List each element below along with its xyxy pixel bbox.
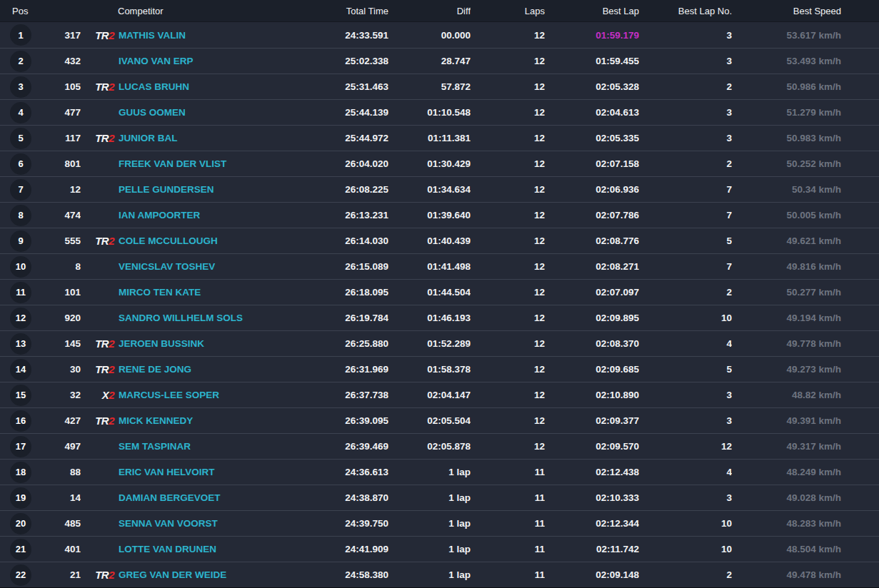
total-time: 26:18.095 <box>310 287 388 298</box>
diff: 1 lap <box>388 518 471 529</box>
competitor-name[interactable]: MICK KENNEDY <box>118 415 310 426</box>
team-logo: TR2 <box>81 363 118 375</box>
best-speed: 49.778 km/h <box>732 338 841 349</box>
position-badge: 10 <box>10 256 31 278</box>
best-speed: 51.279 km/h <box>732 107 841 118</box>
table-row[interactable]: 21 401 LOTTE VAN DRUNEN 24:41.909 1 lap … <box>0 536 879 562</box>
competitor-name[interactable]: GUUS OOMEN <box>118 107 310 118</box>
table-row[interactable]: 20 485 SENNA VAN VOORST 24:39.750 1 lap … <box>0 510 879 536</box>
competitor-name[interactable]: GREG VAN DER WEIDE <box>118 569 310 580</box>
table-row[interactable]: 7 12 PELLE GUNDERSEN 26:08.225 01:34.634… <box>0 176 879 202</box>
competitor-name[interactable]: MIRCO TEN KATE <box>118 287 310 298</box>
total-time: 26:13.231 <box>310 210 388 220</box>
best-lap: 02:07.786 <box>545 210 639 220</box>
best-lap: 02:12.438 <box>545 467 639 477</box>
table-row[interactable]: 12 920 SANDRO WILLHELM SOLS 26:19.784 01… <box>0 305 879 330</box>
competitor-name[interactable]: IVANO VAN ERP <box>118 56 310 66</box>
table-row[interactable]: 8 474 IAN AMPOORTER 26:13.231 01:39.640 … <box>0 202 879 228</box>
table-row[interactable]: 17 497 SEM TASPINAR 26:39.469 02:05.878 … <box>0 433 879 459</box>
laps: 12 <box>471 441 545 452</box>
competitor-number: 317 <box>43 30 81 41</box>
table-row[interactable]: 1 317 TR2 MATHIS VALIN 24:33.591 00.000 … <box>0 22 879 48</box>
team-logo-main: TR <box>95 81 109 93</box>
table-row[interactable]: 14 30 TR2 RENE DE JONG 26:31.969 01:58.3… <box>0 356 879 382</box>
team-logo: TR2 <box>81 81 118 93</box>
competitor-name[interactable]: SENNA VAN VOORST <box>118 518 310 529</box>
total-time: 26:14.030 <box>310 235 388 246</box>
laps: 11 <box>471 569 545 580</box>
table-row[interactable]: 11 101 MIRCO TEN KATE 26:18.095 01:44.50… <box>0 279 879 305</box>
diff: 00.000 <box>388 30 471 41</box>
position-badge: 7 <box>10 179 31 201</box>
team-logo-digit: 2 <box>109 338 114 350</box>
position-number: 19 <box>16 492 26 503</box>
competitor-number: 8 <box>43 261 81 272</box>
best-speed: 50.983 km/h <box>732 133 841 143</box>
competitor-name[interactable]: ERIC VAN HELVOIRT <box>118 467 310 477</box>
table-row[interactable]: 4 477 GUUS OOMEN 25:44.139 01:10.548 12 … <box>0 99 879 125</box>
competitor-number: 432 <box>43 56 81 66</box>
diff: 01:30.429 <box>388 158 471 169</box>
position-badge: 4 <box>10 102 31 123</box>
best-lap: 02:07.097 <box>545 287 639 298</box>
competitor-name[interactable]: IAN AMPOORTER <box>118 210 310 220</box>
competitor-number: 401 <box>43 544 81 554</box>
competitor-name[interactable]: COLE MCCULLOUGH <box>118 235 310 246</box>
position-number: 15 <box>16 390 26 400</box>
competitor-name[interactable]: RENE DE JONG <box>118 364 310 375</box>
competitor-number: 485 <box>43 518 81 529</box>
best-lap-no: 10 <box>639 313 732 323</box>
team-logo-digit: 2 <box>109 415 114 427</box>
table-row[interactable]: 16 427 TR2 MICK KENNEDY 26:39.095 02:05.… <box>0 407 879 433</box>
competitor-name[interactable]: DAMIAN BERGEVOET <box>118 492 310 503</box>
table-row[interactable]: 2 432 IVANO VAN ERP 25:02.338 28.747 12 … <box>0 48 879 74</box>
total-time: 26:08.225 <box>310 184 388 195</box>
best-lap-no: 3 <box>639 133 732 143</box>
table-row[interactable]: 5 117 TR2 JUNIOR BAL 25:44.972 01:11.381… <box>0 125 879 151</box>
competitor-name[interactable]: VENICSLAV TOSHEV <box>118 261 310 272</box>
competitor-name[interactable]: JUNIOR BAL <box>118 133 310 143</box>
position-number: 8 <box>18 210 23 220</box>
table-row[interactable]: 15 32 X2 MARCUS-LEE SOPER 26:37.738 02:0… <box>0 382 879 407</box>
competitor-name[interactable]: LOTTE VAN DRUNEN <box>118 544 310 554</box>
best-lap-no: 2 <box>639 158 732 169</box>
competitor-name[interactable]: JEROEN BUSSINK <box>118 338 310 349</box>
diff: 57.872 <box>388 81 471 92</box>
laps: 12 <box>471 287 545 298</box>
competitor-name[interactable]: MATHIS VALIN <box>118 30 310 41</box>
table-header: Pos Competitor Total Time Diff Laps Best… <box>0 0 879 22</box>
table-row[interactable]: 19 14 DAMIAN BERGEVOET 24:38.870 1 lap 1… <box>0 485 879 510</box>
best-speed: 48.504 km/h <box>732 544 841 554</box>
table-row[interactable]: 6 801 FREEK VAN DER VLIST 26:04.020 01:3… <box>0 151 879 176</box>
diff: 01:58.378 <box>388 364 471 375</box>
table-row[interactable]: 9 555 TR2 COLE MCCULLOUGH 26:14.030 01:4… <box>0 228 879 253</box>
competitor-name[interactable]: MARCUS-LEE SOPER <box>118 390 310 400</box>
col-header-best-lap-no: Best Lap No. <box>639 6 732 16</box>
total-time: 26:37.738 <box>310 390 388 400</box>
table-row[interactable]: 18 88 ERIC VAN HELVOIRT 24:36.613 1 lap … <box>0 459 879 485</box>
best-lap-no: 12 <box>639 441 732 452</box>
table-row[interactable]: 3 105 TR2 LUCAS BRUHN 25:31.463 57.872 1… <box>0 74 879 99</box>
best-lap-no: 2 <box>639 569 732 580</box>
competitor-name[interactable]: SANDRO WILLHELM SOLS <box>118 313 310 323</box>
position-number: 20 <box>16 518 26 529</box>
table-row[interactable]: 22 21 TR2 GREG VAN DER WEIDE 24:58.380 1… <box>0 562 879 587</box>
competitor-name[interactable]: PELLE GUNDERSEN <box>118 184 310 195</box>
diff: 01:44.504 <box>388 287 471 298</box>
competitor-name[interactable]: SEM TASPINAR <box>118 441 310 452</box>
best-lap-no: 7 <box>639 210 732 220</box>
table-row[interactable]: 10 8 VENICSLAV TOSHEV 26:15.089 01:41.49… <box>0 253 879 279</box>
position-number: 1 <box>18 30 23 41</box>
table-body: 1 317 TR2 MATHIS VALIN 24:33.591 00.000 … <box>0 22 879 587</box>
team-logo-main: TR <box>95 363 109 375</box>
team-logo-digit: 2 <box>109 81 114 93</box>
competitor-name[interactable]: LUCAS BRUHN <box>118 81 310 92</box>
position-badge: 15 <box>10 385 31 406</box>
competitor-name[interactable]: FREEK VAN DER VLIST <box>118 158 310 169</box>
position-badge: 17 <box>10 436 31 457</box>
table-row[interactable]: 13 145 TR2 JEROEN BUSSINK 26:25.880 01:5… <box>0 330 879 356</box>
position-badge: 14 <box>10 359 31 380</box>
total-time: 24:58.380 <box>310 569 388 580</box>
total-time: 26:19.784 <box>310 313 388 323</box>
position-badge: 13 <box>10 333 31 355</box>
